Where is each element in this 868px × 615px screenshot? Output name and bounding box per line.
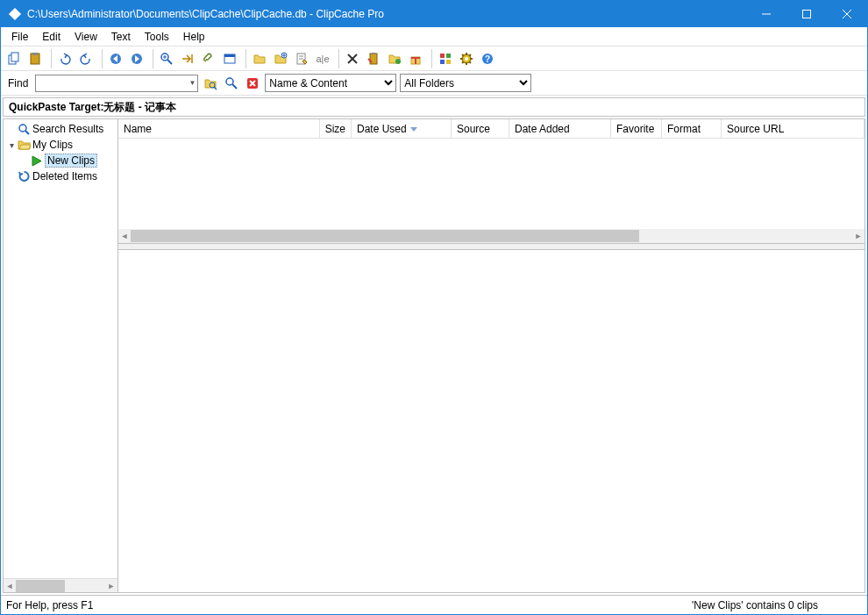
redo-button[interactable] bbox=[76, 49, 96, 68]
close-button[interactable] bbox=[827, 1, 867, 27]
play-icon bbox=[30, 154, 43, 168]
find-bar: Find ▼ Name & Content All Folders bbox=[1, 71, 867, 96]
scroll-left-icon[interactable]: ◄ bbox=[118, 229, 131, 243]
scrollbar-thumb[interactable] bbox=[131, 230, 639, 242]
svg-rect-2 bbox=[803, 11, 811, 18]
clips-button[interactable] bbox=[364, 49, 383, 68]
menu-help[interactable]: Help bbox=[176, 29, 212, 45]
folder-action-button[interactable] bbox=[385, 49, 404, 68]
search-in-select[interactable]: Name & Content bbox=[265, 74, 396, 92]
scroll-left-icon[interactable]: ◄ bbox=[4, 579, 16, 593]
column-date-added[interactable]: Date Added bbox=[509, 119, 611, 138]
app-icon bbox=[8, 7, 22, 21]
undo-button[interactable] bbox=[55, 49, 75, 68]
quickpaste-label: QuickPaste Target: bbox=[9, 101, 103, 113]
tree-item-my-clips[interactable]: ▾ My Clips bbox=[5, 137, 116, 153]
svg-point-55 bbox=[19, 125, 26, 132]
quickpaste-bar: QuickPaste Target: 无标题 - 记事本 bbox=[3, 97, 865, 117]
svg-rect-35 bbox=[446, 60, 451, 64]
content-pane: Name Size Date Used Source Date Added Fa… bbox=[118, 118, 865, 593]
column-name[interactable]: Name bbox=[118, 119, 320, 138]
chevron-down-icon[interactable]: ▼ bbox=[189, 79, 196, 87]
svg-rect-27 bbox=[372, 53, 375, 54]
goto-button[interactable] bbox=[178, 49, 197, 68]
sort-desc-icon bbox=[410, 125, 417, 132]
maximize-button[interactable] bbox=[786, 1, 827, 27]
menu-text[interactable]: Text bbox=[104, 29, 138, 45]
svg-text:?: ? bbox=[485, 54, 490, 64]
svg-line-49 bbox=[214, 87, 217, 89]
sidebar-scrollbar[interactable]: ◄ ► bbox=[4, 578, 117, 592]
minimize-button[interactable] bbox=[746, 1, 786, 27]
tree-item-new-clips[interactable]: New Clips bbox=[5, 153, 116, 168]
forward-button[interactable] bbox=[127, 49, 146, 68]
zoom-in-button[interactable] bbox=[157, 49, 176, 68]
svg-rect-17 bbox=[224, 54, 235, 57]
svg-rect-0 bbox=[9, 8, 21, 20]
svg-line-43 bbox=[469, 54, 471, 56]
paste-button[interactable] bbox=[25, 49, 45, 68]
copy-button[interactable] bbox=[4, 49, 24, 68]
window-button[interactable] bbox=[220, 49, 239, 68]
column-size[interactable]: Size bbox=[320, 119, 352, 138]
preview-pane[interactable] bbox=[118, 249, 864, 592]
svg-line-56 bbox=[25, 131, 29, 134]
collapse-icon[interactable]: ▾ bbox=[7, 140, 16, 150]
toolbar: a|e ? bbox=[1, 46, 867, 71]
column-date-used[interactable]: Date Used bbox=[352, 119, 452, 138]
svg-point-28 bbox=[395, 59, 401, 64]
grid-view-button[interactable] bbox=[436, 49, 455, 68]
menu-tools[interactable]: Tools bbox=[138, 29, 176, 45]
new-clip-button[interactable] bbox=[271, 49, 290, 68]
recycle-icon bbox=[18, 170, 31, 183]
svg-rect-6 bbox=[11, 53, 18, 61]
edit-button[interactable] bbox=[292, 49, 311, 68]
help-button[interactable]: ? bbox=[478, 49, 497, 68]
clip-list: Name Size Date Used Source Date Added Fa… bbox=[118, 119, 864, 244]
menu-view[interactable]: View bbox=[68, 29, 104, 45]
svg-line-41 bbox=[462, 54, 464, 56]
list-scrollbar[interactable]: ◄ ► bbox=[118, 229, 864, 243]
delete-button[interactable] bbox=[343, 49, 362, 68]
column-source-url[interactable]: Source URL bbox=[722, 119, 864, 138]
scope-select[interactable]: All Folders bbox=[400, 74, 531, 92]
find-search-button[interactable] bbox=[223, 75, 240, 92]
find-go-button[interactable] bbox=[202, 75, 219, 92]
text-button[interactable]: a|e bbox=[313, 49, 332, 68]
find-clear-button[interactable] bbox=[244, 75, 261, 92]
svg-rect-8 bbox=[32, 53, 38, 55]
window-title: C:\Users\Administrator\Documents\ClipCac… bbox=[27, 8, 746, 20]
column-source[interactable]: Source bbox=[452, 119, 509, 138]
new-folder-button[interactable] bbox=[250, 49, 269, 68]
status-help-text: For Help, press F1 bbox=[6, 599, 93, 611]
scroll-right-icon[interactable]: ► bbox=[105, 579, 117, 593]
gift-button[interactable] bbox=[406, 49, 425, 68]
list-body[interactable] bbox=[118, 139, 864, 229]
scrollbar-thumb[interactable] bbox=[16, 580, 65, 592]
menu-bar: File Edit View Text Tools Help bbox=[1, 27, 867, 46]
tree-item-deleted-items[interactable]: Deleted Items bbox=[5, 168, 116, 184]
attach-button[interactable] bbox=[199, 49, 218, 68]
svg-point-45 bbox=[465, 57, 468, 61]
menu-file[interactable]: File bbox=[4, 29, 35, 45]
search-icon bbox=[18, 123, 31, 136]
status-bar: For Help, press F1 'New Clips' contains … bbox=[1, 595, 867, 614]
column-format[interactable]: Format bbox=[662, 119, 722, 138]
folder-tree[interactable]: Search Results ▾ My Clips New Clips Dele… bbox=[4, 119, 117, 578]
settings-button[interactable] bbox=[457, 49, 476, 68]
status-count-text: 'New Clips' contains 0 clips bbox=[692, 599, 862, 611]
folder-open-icon bbox=[18, 139, 31, 152]
svg-rect-33 bbox=[446, 54, 451, 58]
sidebar: Search Results ▾ My Clips New Clips Dele… bbox=[3, 118, 118, 593]
menu-edit[interactable]: Edit bbox=[35, 29, 68, 45]
tree-item-search-results[interactable]: Search Results bbox=[5, 121, 116, 137]
scroll-right-icon[interactable]: ► bbox=[852, 229, 864, 243]
find-input[interactable]: ▼ bbox=[35, 75, 198, 92]
svg-rect-34 bbox=[440, 60, 445, 64]
title-bar: C:\Users\Administrator\Documents\ClipCac… bbox=[1, 1, 867, 27]
find-label: Find bbox=[4, 77, 32, 89]
column-favorite[interactable]: Favorite bbox=[611, 119, 662, 138]
back-button[interactable] bbox=[106, 49, 125, 68]
svg-rect-32 bbox=[440, 54, 445, 58]
svg-line-42 bbox=[469, 61, 471, 63]
